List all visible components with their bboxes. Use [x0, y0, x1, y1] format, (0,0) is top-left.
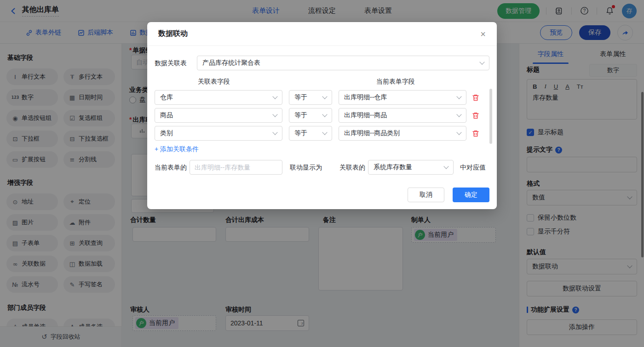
chevron-down-icon: [272, 112, 277, 117]
condition-right-value: 出库明细--商品类别: [344, 129, 400, 137]
condition-left-select[interactable]: 商品: [155, 108, 282, 123]
condition-op-value: 等于: [294, 93, 307, 102]
condition-op-value: 等于: [294, 129, 307, 137]
chevron-down-icon: [479, 59, 484, 64]
condition-left-value: 仓库: [160, 93, 173, 102]
delete-condition-button[interactable]: [472, 112, 479, 119]
condition-left-value: 类别: [160, 129, 173, 137]
map-field-input[interactable]: [190, 160, 282, 175]
condition-op-select[interactable]: 等于: [289, 90, 332, 105]
map-rel-field-value: 系统库存数量: [374, 163, 412, 171]
condition-right-select[interactable]: 出库明细--商品: [339, 108, 466, 123]
add-condition-link[interactable]: + 添加关联条件: [155, 145, 199, 154]
chevron-down-icon: [272, 94, 277, 99]
left-column-header: 关联表字段: [198, 78, 230, 86]
chevron-down-icon: [456, 112, 461, 117]
delete-condition-button[interactable]: [472, 130, 479, 137]
data-linkage-dialog: 数据联动 × 数据关联表 产品库存统计聚合表 关联表字段 当前表单字段 仓库 等…: [147, 22, 497, 209]
condition-op-select[interactable]: 等于: [289, 108, 332, 123]
close-icon[interactable]: ×: [480, 29, 486, 39]
chevron-down-icon: [322, 94, 327, 99]
modal-scrollbar[interactable]: [489, 89, 492, 144]
chevron-down-icon: [456, 94, 461, 99]
map-middle-label: 联动显示为: [290, 164, 322, 172]
map-rel-field-select[interactable]: 系统库存数量: [368, 160, 454, 175]
condition-op-select[interactable]: 等于: [289, 126, 332, 141]
map-rel-prefix-label: 关联表的: [339, 164, 365, 172]
trash-icon: [472, 112, 479, 119]
condition-right-value: 出库明细--仓库: [344, 93, 387, 102]
chevron-down-icon: [443, 164, 448, 169]
dialog-footer: 取消 确定: [408, 188, 489, 202]
map-prefix-label: 当前表单的: [155, 164, 187, 172]
chevron-down-icon: [322, 112, 327, 117]
rel-table-select[interactable]: 产品库存统计聚合表: [197, 56, 489, 70]
condition-op-value: 等于: [294, 111, 307, 119]
rel-table-value: 产品库存统计聚合表: [202, 59, 260, 67]
condition-right-select[interactable]: 出库明细--商品类别: [339, 126, 466, 141]
condition-right-select[interactable]: 出库明细--仓库: [339, 90, 466, 105]
right-column-header: 当前表单字段: [376, 78, 415, 86]
confirm-button[interactable]: 确定: [453, 188, 489, 202]
condition-left-value: 商品: [160, 111, 173, 119]
map-suffix-label: 中对应值: [460, 164, 486, 172]
chevron-down-icon: [456, 130, 461, 135]
trash-icon: [472, 130, 479, 137]
dialog-title: 数据联动: [158, 29, 188, 39]
condition-left-select[interactable]: 仓库: [155, 90, 282, 105]
rel-table-label: 数据关联表: [155, 59, 187, 68]
app-window: 其他出库单 表单设计 流程设定 表单设置 数据管理: [0, 0, 644, 347]
chevron-down-icon: [322, 130, 327, 135]
chevron-down-icon: [272, 130, 277, 135]
trash-icon: [472, 94, 479, 102]
dialog-header: 数据联动 ×: [147, 22, 497, 46]
condition-left-select[interactable]: 类别: [155, 126, 282, 141]
condition-right-value: 出库明细--商品: [344, 111, 387, 119]
delete-condition-button[interactable]: [472, 94, 479, 102]
cancel-button[interactable]: 取消: [408, 188, 444, 202]
